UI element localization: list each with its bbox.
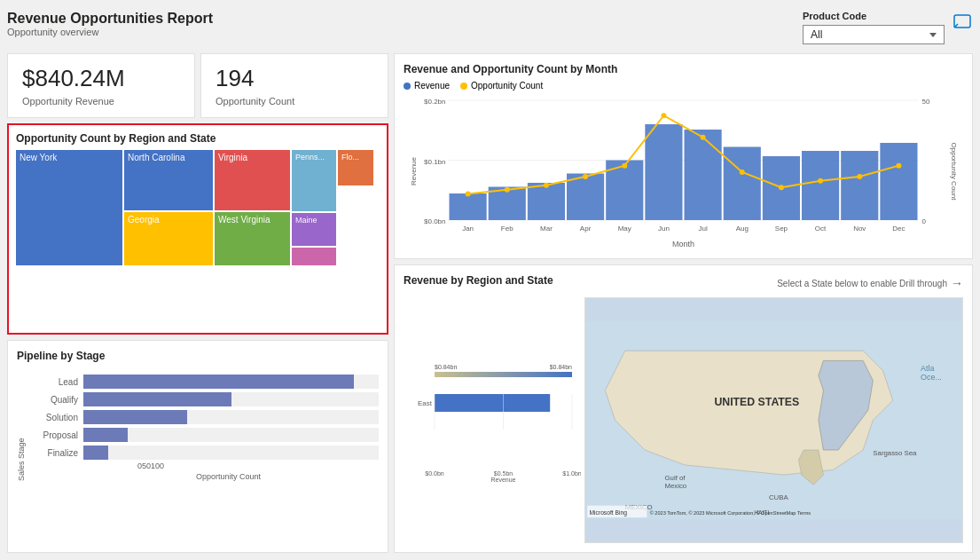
svg-point-28: [740, 170, 745, 175]
region-map: UNITED STATES Gulf of Mexico Sargasso Se…: [584, 297, 963, 543]
left-column: $840.24M Opportunity Revenue 194 Opportu…: [7, 53, 388, 553]
product-code-dropdown[interactable]: All: [803, 25, 945, 44]
svg-rect-12: [567, 174, 604, 221]
treemap-cell-wv[interactable]: West Virginia: [215, 212, 290, 265]
bar-label: Qualify: [29, 395, 78, 405]
region-title: Revenue by Region and State: [404, 274, 553, 287]
product-code-section: Product Code All: [803, 11, 945, 44]
treemap-cell-newyork[interactable]: New York: [16, 150, 122, 265]
svg-text:50: 50: [922, 98, 930, 106]
treemap-cell-nc[interactable]: North Carolina: [124, 150, 213, 210]
bar-inner: [83, 446, 108, 460]
region-card: Revenue by Region and State Select a Sta…: [394, 264, 973, 553]
kpi-row: $840.24M Opportunity Revenue 194 Opportu…: [7, 53, 388, 118]
svg-point-27: [701, 135, 706, 140]
kpi-revenue-label: Opportunity Revenue: [22, 96, 180, 106]
bar-outer: [83, 392, 379, 406]
revenue-month-title: Revenue and Opportunity Count by Month: [404, 63, 963, 75]
svg-text:May: May: [618, 225, 631, 233]
revenue-month-card: Revenue and Opportunity Count by Month R…: [394, 53, 973, 259]
report-subtitle: Opportunity overview: [7, 27, 213, 37]
svg-text:Revenue: Revenue: [490, 477, 515, 483]
svg-point-23: [544, 183, 549, 188]
svg-text:Oct: Oct: [815, 225, 827, 233]
svg-text:Sep: Sep: [775, 225, 788, 233]
svg-text:$0.84bn: $0.84bn: [550, 364, 572, 370]
arrow-right-icon: →: [951, 276, 963, 290]
treemap-cell-extra[interactable]: [292, 248, 336, 265]
pipeline-bar-row: Finalize: [29, 446, 379, 460]
svg-text:$1.0bn: $1.0bn: [562, 470, 581, 477]
svg-point-21: [466, 192, 471, 197]
svg-text:$0.0bn: $0.0bn: [425, 470, 444, 477]
svg-text:Revenue: Revenue: [410, 156, 418, 185]
svg-rect-19: [841, 151, 878, 220]
treemap-col-2: North Carolina Georgia: [124, 150, 213, 265]
svg-rect-11: [528, 183, 565, 220]
product-code-value: All: [811, 28, 822, 41]
dashboard: Revenue Opportunities Report Opportunity…: [0, 0, 980, 560]
treemap-cell-virginia[interactable]: Virginia: [215, 150, 290, 210]
region-content: $0.84bn$0.84bnEast$0.0bn$0.5bn$1.0bnReve…: [404, 297, 963, 543]
bar-inner: [83, 392, 231, 406]
map-svg: UNITED STATES Gulf of Mexico Sargasso Se…: [585, 298, 962, 542]
bar-inner: [83, 410, 187, 424]
bar-outer: [83, 375, 379, 389]
drill-through-label: Select a State below to enable Drill thr…: [777, 279, 947, 288]
treemap-cell-pa[interactable]: Penns...: [292, 150, 336, 211]
pipeline-bar-row: Solution: [29, 410, 379, 424]
product-code-label: Product Code: [803, 11, 945, 21]
bar-outer: [83, 410, 379, 424]
treemap-col-1: New York: [16, 150, 122, 265]
treemap-col-5: Flo...: [338, 150, 373, 265]
pipeline-chart-container: Sales Stage Lead Qualify Solution Propos…: [17, 367, 379, 481]
pipeline-bar-chart: Lead Qualify Solution Proposal Finalize: [29, 375, 379, 460]
bar-inner: [83, 428, 128, 442]
treemap[interactable]: New York North Carolina Georgia Virginia…: [16, 150, 380, 265]
legend-opp: Opportunity Count: [460, 81, 543, 91]
svg-rect-20: [880, 143, 917, 220]
legend-opp-dot: [460, 83, 467, 90]
bar-outer: [83, 428, 379, 442]
kpi-revenue-value: $840.24M: [22, 65, 180, 92]
kpi-card-revenue: $840.24M Opportunity Revenue: [7, 53, 195, 118]
treemap-col-4: Penns... Maine: [292, 150, 336, 265]
bar-label: Lead: [29, 377, 78, 387]
svg-point-25: [622, 163, 627, 169]
svg-rect-9: [450, 193, 487, 220]
svg-text:Jul: Jul: [698, 225, 707, 233]
pipeline-x-axis: 050100: [29, 461, 379, 470]
svg-text:$0.2bn: $0.2bn: [424, 98, 445, 106]
pipeline-x-label: Opportunity Count: [29, 472, 379, 481]
svg-point-29: [779, 185, 784, 190]
header-title: Revenue Opportunities Report Opportunity…: [7, 11, 213, 37]
svg-point-30: [818, 178, 823, 184]
svg-point-31: [857, 174, 862, 179]
svg-point-24: [583, 174, 588, 179]
svg-rect-14: [645, 124, 682, 220]
pipeline-bar-row: Qualify: [29, 392, 379, 406]
report-title: Revenue Opportunities Report: [7, 11, 213, 27]
svg-text:$0.5bn: $0.5bn: [494, 470, 514, 477]
legend: Revenue Opportunity Count: [404, 81, 963, 91]
svg-text:Sargasso Sea: Sargasso Sea: [873, 449, 917, 457]
svg-text:Feb: Feb: [501, 225, 514, 233]
pipeline-title: Pipeline by Stage: [17, 350, 379, 362]
treemap-cell-georgia[interactable]: Georgia: [124, 212, 213, 265]
svg-rect-16: [724, 147, 761, 221]
svg-text:Microsoft Bing: Microsoft Bing: [589, 509, 627, 517]
svg-text:East: East: [418, 399, 433, 407]
pipeline-bar-row: Lead: [29, 375, 379, 389]
revenue-month-chart: $0.2bn$0.1bn$0.0bn500JanFebMarAprMayJunJ…: [404, 96, 963, 247]
header-right: Product Code All: [803, 11, 973, 44]
treemap-cell-florida[interactable]: Flo...: [338, 150, 373, 185]
svg-text:Mar: Mar: [540, 225, 553, 233]
svg-text:UNITED STATES: UNITED STATES: [714, 396, 799, 408]
treemap-col-3: Virginia West Virginia: [215, 150, 290, 265]
treemap-card: Opportunity Count by Region and State Ne…: [7, 123, 388, 335]
svg-text:0: 0: [922, 217, 927, 225]
pipeline-bars-area: Lead Qualify Solution Proposal Finalize …: [29, 367, 379, 481]
svg-text:$0.84bn: $0.84bn: [435, 364, 457, 370]
chat-icon[interactable]: [952, 12, 973, 34]
treemap-cell-maine[interactable]: Maine: [292, 213, 336, 246]
